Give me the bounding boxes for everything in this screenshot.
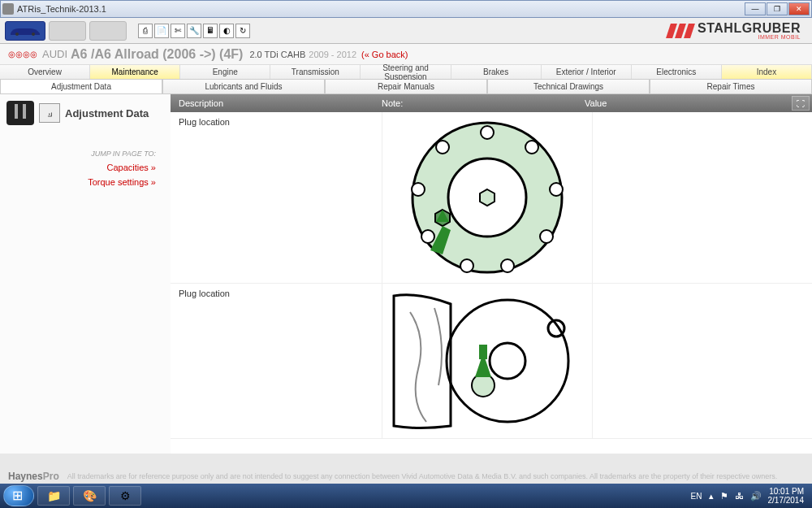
- svg-point-17: [447, 300, 568, 422]
- tray-network-icon[interactable]: 🖧: [735, 491, 744, 501]
- svg-point-13: [436, 141, 449, 154]
- taskbar-app[interactable]: ⚙: [109, 486, 141, 506]
- column-header: Description Note: Value ⛶: [171, 94, 812, 112]
- svg-point-6: [525, 141, 538, 154]
- subtab-adjustment[interactable]: Adjustment Data: [0, 80, 162, 94]
- toolbar-button-3[interactable]: [89, 21, 127, 41]
- taskbar-paint[interactable]: 🎨: [73, 486, 106, 506]
- pedal-icon: ⟓: [39, 103, 60, 123]
- tab-exterior[interactable]: Exterior / Interior: [542, 65, 632, 79]
- diagram-2: [382, 284, 593, 438]
- footer-disclaimer: All trademarks are for reference purpose…: [67, 472, 778, 480]
- col-value: Value: [585, 98, 792, 108]
- titlebar: ATRis_Technik-2013.1 — ❐ ✕: [0, 0, 812, 18]
- svg-point-9: [501, 259, 514, 272]
- toolbar-icon-3[interactable]: ✄: [171, 24, 185, 38]
- row-description: Plug location: [171, 112, 382, 283]
- diagram-1: [382, 112, 593, 283]
- subtab-lubricants[interactable]: Lubricants and Fluids: [162, 80, 325, 94]
- toolbar-icon-4[interactable]: 🔧: [187, 24, 201, 38]
- close-button[interactable]: ✕: [788, 2, 810, 15]
- tray-volume-icon[interactable]: 🔊: [750, 491, 762, 501]
- system-tray: EN ▴ ⚑ 🖧 🔊 10:01 PM 2/17/2014: [691, 487, 809, 505]
- tray-chevron-icon[interactable]: ▴: [709, 491, 714, 501]
- tray-flag-icon[interactable]: ⚑: [720, 491, 728, 501]
- data-row: Plug location: [171, 284, 812, 439]
- toolbar-icon-1[interactable]: ⎙: [138, 24, 153, 38]
- window-title: ATRis_Technik-2013.1: [17, 4, 745, 14]
- row-value: [593, 112, 812, 283]
- vehicle-years: 2009 - 2012: [309, 50, 356, 59]
- vehicle-engine: 2.0 TDi CAHB: [249, 50, 305, 59]
- subtab-repair-times[interactable]: Repair Times: [650, 80, 812, 94]
- minimize-button[interactable]: —: [745, 2, 766, 15]
- svg-point-8: [540, 230, 553, 243]
- sub-tabs: Adjustment Data Lubricants and Fluids Re…: [0, 80, 812, 94]
- vehicle-model: A6 /A6 Allroad (2006 ->) (4F): [71, 47, 243, 62]
- expand-button[interactable]: ⛶: [792, 96, 810, 111]
- svg-point-5: [481, 126, 494, 139]
- footer: HaynesPro All trademarks are for referen…: [0, 469, 812, 484]
- toolbar-button-2[interactable]: [49, 21, 86, 41]
- tab-maintenance[interactable]: Maintenance: [90, 65, 180, 79]
- tab-electronics[interactable]: Electronics: [632, 65, 722, 79]
- data-rows: Plug location: [171, 112, 812, 454]
- vehicle-row: ◎◎◎◎ AUDI A6 /A6 Allroad (2006 ->) (4F) …: [0, 44, 812, 65]
- svg-point-18: [490, 343, 525, 379]
- gearshift-icon: [6, 101, 34, 125]
- svg-rect-22: [479, 345, 487, 359]
- start-button[interactable]: [3, 485, 34, 506]
- svg-point-10: [460, 259, 473, 272]
- main-view: Description Note: Value ⛶ Plug location: [171, 94, 812, 454]
- main-tabs: Overview Maintenance Engine Transmission…: [0, 65, 812, 80]
- app-toolbar: ⎙ 📄 ✄ 🔧 🖩 ◐ ↻ STAHLGRUBER IMMER MOBIL: [0, 18, 812, 44]
- app-icon: [2, 3, 14, 15]
- toolbar-icon-5[interactable]: 🖩: [203, 24, 218, 38]
- tab-engine[interactable]: Engine: [180, 65, 270, 79]
- tab-overview[interactable]: Overview: [0, 65, 90, 79]
- content-area: ⟓ Adjustment Data JUMP IN PAGE TO: Capac…: [0, 94, 812, 454]
- sidebar: ⟓ Adjustment Data JUMP IN PAGE TO: Capac…: [0, 94, 171, 454]
- toolbar-icon-7[interactable]: ↻: [235, 24, 250, 38]
- svg-point-11: [421, 230, 434, 243]
- jump-torque[interactable]: Torque settings »: [6, 177, 156, 187]
- data-row: Plug location: [171, 112, 812, 284]
- taskbar: 📁 🎨 ⚙ EN ▴ ⚑ 🖧 🔊 10:01 PM 2/17/2014: [0, 484, 812, 508]
- go-back-link[interactable]: (« Go back): [361, 50, 408, 59]
- jump-label: JUMP IN PAGE TO:: [6, 150, 156, 158]
- jump-capacities[interactable]: Capacities »: [6, 163, 156, 172]
- sidebar-title: Adjustment Data: [65, 107, 149, 119]
- svg-point-7: [550, 183, 563, 196]
- haynes-logo: HaynesPro: [8, 471, 59, 482]
- row-value: [593, 284, 812, 438]
- row-description: Plug location: [171, 284, 382, 438]
- col-note: Note:: [382, 98, 585, 108]
- tab-transmission[interactable]: Transmission: [270, 65, 361, 79]
- tab-brakes[interactable]: Brakes: [451, 65, 542, 79]
- subtab-repair-manuals[interactable]: Repair Manuals: [325, 80, 487, 94]
- tray-clock[interactable]: 10:01 PM 2/17/2014: [768, 487, 805, 505]
- maximize-button[interactable]: ❐: [767, 2, 788, 15]
- subtab-drawings[interactable]: Technical Drawings: [487, 80, 650, 94]
- svg-point-0: [15, 33, 19, 36]
- vehicle-button[interactable]: [5, 21, 45, 41]
- svg-marker-4: [480, 189, 495, 206]
- tab-index[interactable]: Index: [722, 65, 812, 79]
- toolbar-icon-2[interactable]: 📄: [154, 24, 169, 38]
- svg-point-20: [472, 374, 495, 397]
- audi-rings-icon: ◎◎◎◎: [8, 50, 37, 59]
- brand-logo: STAHLGRUBER IMMER MOBIL: [668, 21, 801, 40]
- col-description: Description: [171, 98, 382, 108]
- tab-steering[interactable]: Steering and Suspension: [361, 65, 451, 79]
- taskbar-explorer[interactable]: 📁: [37, 486, 70, 506]
- tray-lang[interactable]: EN: [691, 492, 702, 501]
- vehicle-make: AUDI: [42, 48, 67, 60]
- svg-point-12: [412, 183, 425, 196]
- svg-point-1: [32, 33, 35, 36]
- toolbar-icon-6[interactable]: ◐: [219, 24, 234, 38]
